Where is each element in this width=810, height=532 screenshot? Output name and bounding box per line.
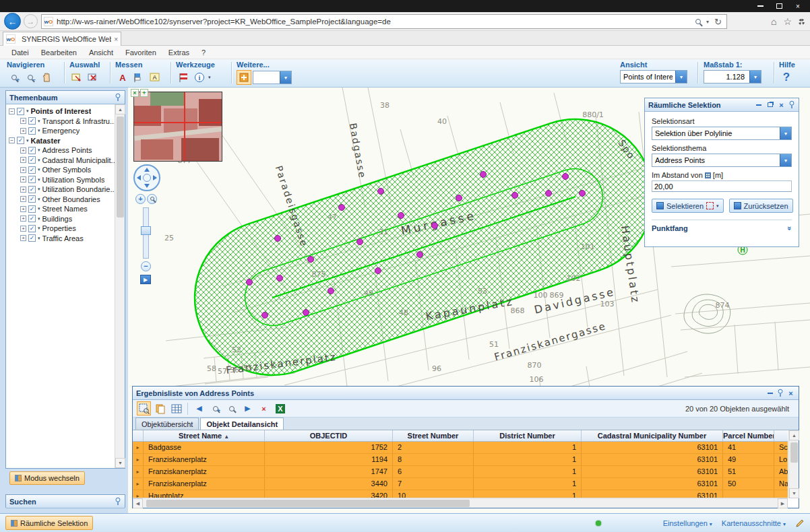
punktfang-expand-icon[interactable]: » bbox=[786, 226, 794, 230]
remove-results-button[interactable]: × bbox=[257, 401, 271, 415]
expand-icon[interactable]: + bbox=[20, 226, 26, 232]
expand-icon[interactable]: + bbox=[20, 157, 26, 163]
layer-checkbox[interactable]: ✓ bbox=[28, 215, 36, 222]
expand-icon[interactable]: + bbox=[20, 235, 26, 241]
window-minimize-button[interactable] bbox=[751, 0, 770, 12]
tree-item[interactable]: +✓▾Utilization Symbols bbox=[6, 175, 115, 185]
refresh-icon[interactable]: ↻ bbox=[714, 17, 722, 27]
browser-tab[interactable]: wO SYNERGIS WebOffice Web... × bbox=[3, 32, 121, 46]
column-header[interactable]: Parcel Number bbox=[723, 430, 774, 441]
einstellungen-menu[interactable]: Einstellungen ▾ bbox=[663, 519, 712, 527]
zoom-in-button[interactable]: + bbox=[7, 70, 22, 85]
expand-icon[interactable]: + bbox=[20, 215, 26, 222]
layer-checkbox[interactable]: ✓ bbox=[17, 108, 24, 115]
edit-pencil-icon[interactable] bbox=[795, 519, 805, 528]
layer-checkbox[interactable]: ✓ bbox=[28, 195, 36, 203]
tab-objektuebersicht[interactable]: Objektübersicht bbox=[135, 418, 199, 430]
pan-west-icon[interactable] bbox=[137, 175, 141, 180]
view-dropdown-caret-icon[interactable]: ▾ bbox=[675, 71, 687, 83]
info-tool-button[interactable]: i bbox=[192, 70, 207, 85]
results-header[interactable]: Ergebnisliste von Address Points × bbox=[133, 387, 799, 400]
more-tools-caret-icon[interactable]: ▾ bbox=[280, 71, 291, 84]
tab-objekt-detailansicht[interactable]: Objekt Detailansicht bbox=[200, 418, 284, 430]
layer-context-caret-icon[interactable]: ▾ bbox=[38, 158, 40, 163]
layer-context-caret-icon[interactable]: ▾ bbox=[38, 187, 40, 192]
scroll-up-icon[interactable]: ▲ bbox=[789, 430, 799, 440]
tree-item[interactable]: +✓▾Other Symbols bbox=[6, 165, 115, 175]
home-icon[interactable]: ⌂ bbox=[771, 16, 776, 27]
pin-icon[interactable] bbox=[788, 100, 795, 109]
spatial-selection-tool-button[interactable] bbox=[237, 70, 251, 85]
favorites-star-icon[interactable]: ☆ bbox=[783, 16, 792, 27]
layer-checkbox[interactable]: ✓ bbox=[28, 127, 36, 135]
expand-icon[interactable]: + bbox=[20, 147, 26, 154]
tab-close-icon[interactable]: × bbox=[114, 36, 118, 43]
menu-item-?[interactable]: ? bbox=[195, 47, 212, 58]
layer-checkbox[interactable]: ✓ bbox=[28, 166, 36, 174]
modus-wechseln-button[interactable]: Modus wechseln bbox=[9, 471, 85, 485]
address-dropdown-icon[interactable]: ▾ bbox=[706, 19, 709, 25]
tree-item[interactable]: −✓▾Points of Interest bbox=[6, 106, 115, 117]
view-dropdown[interactable]: Points of Intere... ▾ bbox=[620, 70, 687, 84]
layer-checkbox[interactable]: ✓ bbox=[28, 147, 36, 154]
layer-checkbox[interactable]: ✓ bbox=[28, 205, 36, 213]
layer-checkbox[interactable]: ✓ bbox=[28, 156, 36, 164]
spatial-selection-header[interactable]: Räumliche Selektion × bbox=[645, 98, 799, 112]
column-header[interactable]: Street Name▲ bbox=[144, 430, 265, 441]
layer-checkbox[interactable]: ✓ bbox=[28, 176, 36, 183]
zoom-to-selection-button[interactable] bbox=[137, 401, 151, 415]
url-field[interactable]: wO http://w-ws-rainer/WebOffice102/synse… bbox=[41, 14, 727, 29]
selektionsthema-dropdown[interactable]: Address Points ▾ bbox=[652, 154, 792, 167]
next-page-button[interactable]: ▶ bbox=[241, 401, 255, 415]
menu-item-datei[interactable]: Datei bbox=[5, 47, 35, 58]
layer-context-caret-icon[interactable]: ▾ bbox=[26, 108, 29, 114]
tree-scrollbar[interactable]: ▲ ▼ bbox=[115, 104, 125, 468]
dialog-minimize-button[interactable] bbox=[754, 100, 763, 109]
back-button[interactable]: ← bbox=[4, 13, 21, 30]
layer-checkbox[interactable]: ✓ bbox=[28, 117, 36, 125]
selektieren-button[interactable]: Selektieren ▾ bbox=[652, 199, 724, 213]
selektionsart-caret-icon[interactable]: ▾ bbox=[780, 127, 791, 139]
pin-icon[interactable] bbox=[115, 497, 121, 506]
layer-context-caret-icon[interactable]: ▾ bbox=[38, 236, 40, 241]
results-close-button[interactable]: × bbox=[786, 389, 795, 397]
expand-icon[interactable]: + bbox=[20, 176, 26, 182]
select-by-rectangle-button[interactable] bbox=[69, 70, 84, 85]
previous-page-button[interactable]: ◀ bbox=[192, 401, 206, 415]
settings-gear-icon[interactable] bbox=[799, 19, 805, 25]
zoom-slider-plus-button[interactable]: + bbox=[135, 194, 146, 204]
pan-center-icon[interactable] bbox=[143, 174, 151, 182]
tree-item[interactable]: +✓▾Utilization Boundarie... bbox=[6, 185, 115, 195]
column-header[interactable]: OBJECTID bbox=[265, 430, 393, 441]
pan-button[interactable] bbox=[39, 70, 54, 85]
selektionsart-dropdown[interactable]: Selektion über Polylinie ▾ bbox=[652, 127, 792, 140]
kartenausschnitte-menu[interactable]: Kartenausschnitte ▾ bbox=[722, 519, 786, 527]
layer-context-caret-icon[interactable]: ▾ bbox=[38, 128, 40, 133]
dialog-restore-button[interactable] bbox=[766, 100, 774, 109]
layer-context-caret-icon[interactable]: ▾ bbox=[38, 147, 40, 153]
window-close-button[interactable]: × bbox=[788, 0, 807, 12]
zoom-full-extent-button[interactable] bbox=[147, 194, 157, 204]
pin-icon[interactable] bbox=[115, 93, 121, 102]
flag-tool-button[interactable] bbox=[176, 70, 191, 85]
pan-north-icon[interactable] bbox=[144, 168, 150, 172]
themenbaum-header[interactable]: Themenbaum bbox=[6, 91, 125, 104]
report-pages-button[interactable] bbox=[153, 401, 167, 415]
menu-item-bearbeiten[interactable]: Bearbeiten bbox=[35, 47, 83, 58]
table-view-button[interactable] bbox=[169, 401, 183, 415]
zoom-out-button[interactable]: − bbox=[23, 70, 38, 85]
help-button[interactable]: ? bbox=[779, 70, 794, 85]
overview-close-icon[interactable]: × bbox=[131, 89, 139, 97]
expand-icon[interactable]: + bbox=[20, 187, 26, 193]
column-header[interactable]: District Number bbox=[474, 430, 582, 441]
results-minimize-button[interactable] bbox=[766, 389, 774, 397]
scale-dropdown[interactable]: 1.128 ▾ bbox=[704, 70, 761, 84]
pan-east-icon[interactable] bbox=[153, 175, 157, 180]
layer-context-caret-icon[interactable]: ▾ bbox=[38, 197, 40, 202]
info-tool-caret-icon[interactable]: ▾ bbox=[208, 75, 211, 80]
menu-item-extras[interactable]: Extras bbox=[162, 47, 195, 58]
suchen-header[interactable]: Suchen bbox=[6, 495, 125, 508]
selektionsthema-caret-icon[interactable]: ▾ bbox=[780, 154, 791, 166]
scroll-right-icon[interactable]: ▶ bbox=[778, 498, 788, 508]
overview-map[interactable] bbox=[133, 92, 222, 162]
